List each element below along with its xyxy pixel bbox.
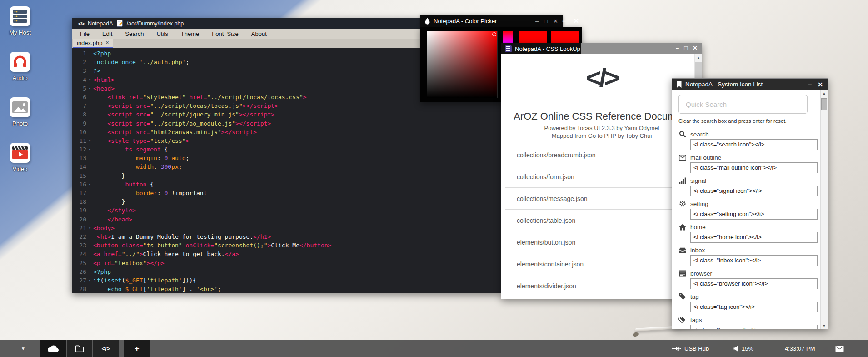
icon-entry-head: tags: [678, 316, 818, 324]
fold-arrow-icon[interactable]: ▾: [86, 276, 93, 285]
taskbar-chevron-button[interactable]: ▼: [16, 340, 30, 357]
code-line[interactable]: 27▾if(isset($_GET['filepath'])){: [72, 276, 502, 285]
icon-code-box[interactable]: <i class="inbox icon"></i>: [690, 255, 818, 266]
window-controls: – ✕: [808, 81, 823, 88]
scroll-down-icon[interactable]: ▼: [821, 322, 828, 329]
icon-entry: home<i class="home icon"></i>: [678, 223, 818, 246]
close-icon[interactable]: ✕: [553, 18, 558, 25]
fold-arrow-icon[interactable]: ▾: [86, 84, 93, 93]
taskbar-add-button[interactable]: +: [124, 340, 150, 357]
fold-arrow-icon[interactable]: ▾: [86, 224, 93, 232]
code-line[interactable]: 17 border: 0 !important: [72, 189, 502, 197]
code-line[interactable]: 20 </head>: [72, 215, 502, 224]
menu-font_size[interactable]: Font_Size: [205, 30, 245, 37]
desktop-icon-audio[interactable]: Audio: [5, 52, 35, 81]
code-line[interactable]: 8 <script src="../script/jquery.min.js">…: [72, 110, 502, 119]
scrollbar[interactable]: ▲ ▼: [820, 90, 828, 329]
color-picker-title-bar[interactable]: NotepadA - Color Picker – □ ✕: [420, 15, 563, 27]
code-line[interactable]: 7 <script src="../script/tocas/tocas.js"…: [72, 101, 502, 110]
icon-list-title: NotepadA - System Icon List: [685, 81, 763, 88]
color-cursor[interactable]: [492, 32, 496, 36]
code-line[interactable]: 16▾ .button {: [72, 180, 502, 189]
code-content: <button class="ts button" onClick="scree…: [93, 241, 331, 250]
menu-about[interactable]: About: [245, 30, 273, 37]
code-line[interactable]: 25<p id="textbox"></p>: [72, 259, 502, 267]
menu-search[interactable]: Search: [119, 30, 150, 37]
taskbar-files-button[interactable]: [67, 340, 92, 357]
icon-code-box[interactable]: <i class="browser icon"></i>: [690, 278, 818, 289]
desktop-icon-photo[interactable]: Photo: [5, 97, 35, 127]
css-lookup-title-label: NotepadA - CSS LookUp: [501, 43, 581, 54]
css-ref-item[interactable]: collections/form.json: [505, 166, 693, 188]
search-icon: [678, 131, 686, 138]
css-ref-item[interactable]: collections/breadcrumb.json: [505, 144, 693, 166]
code-line[interactable]: 22 <h1>I am a Dummy Module for testing p…: [72, 232, 502, 241]
code-content: <html>: [93, 75, 115, 84]
menu-utils[interactable]: Utils: [150, 30, 175, 37]
icon-code-box[interactable]: <i class="mail outline icon"></i>: [690, 162, 818, 173]
icon-code-box[interactable]: <i class="tag icon"></i>: [690, 302, 818, 312]
desktop-icon-video[interactable]: Video: [5, 143, 35, 172]
minimize-icon[interactable]: –: [535, 18, 539, 25]
code-content: <head>: [93, 84, 115, 93]
close-icon[interactable]: ✕: [818, 81, 823, 88]
code-line[interactable]: 23<button class="ts button" onClick="scr…: [72, 241, 502, 250]
css-ref-item[interactable]: collections/message.json: [505, 188, 693, 210]
maximize-icon[interactable]: □: [684, 45, 688, 51]
minimize-icon[interactable]: –: [676, 45, 679, 51]
scroll-up-icon[interactable]: ▲: [695, 54, 702, 62]
icon-code-box[interactable]: <i class="signal icon"></i>: [690, 186, 818, 196]
quick-search-input[interactable]: [678, 95, 808, 114]
taskbar-code-button[interactable]: </>: [93, 340, 119, 357]
code-content: <body>: [93, 224, 115, 232]
minimize-icon[interactable]: –: [808, 81, 812, 88]
fold-arrow-icon[interactable]: ▾: [86, 136, 93, 145]
taskbar-cloud-button[interactable]: [40, 340, 66, 357]
menu-file[interactable]: File: [74, 30, 96, 37]
scroll-up-icon[interactable]: ▲: [821, 90, 828, 96]
css-ref-item[interactable]: elements/container.json: [505, 253, 693, 275]
code-line[interactable]: 26<?php: [72, 267, 502, 276]
css-ref-item[interactable]: collections/table.json: [505, 210, 693, 231]
code-line[interactable]: 11▾ <style type="text/css">: [72, 136, 502, 145]
fold-arrow-icon[interactable]: ▾: [86, 75, 93, 84]
tab-close-icon[interactable]: ×: [105, 40, 109, 46]
close-icon[interactable]: ✕: [693, 45, 698, 51]
code-line[interactable]: 12▾ .ts.segment {: [72, 145, 502, 154]
icon-code-box[interactable]: <i class="tags icon"></i>: [690, 325, 818, 329]
icon-code-box[interactable]: <i class="home icon"></i>: [690, 232, 818, 243]
icon-code-box[interactable]: <i class="setting icon"></i>: [690, 209, 818, 220]
volume-status[interactable]: 15%: [733, 340, 753, 357]
tab-index-php[interactable]: index.php ×: [73, 39, 113, 48]
code-line[interactable]: 13 margin: 0 auto;: [72, 154, 502, 162]
notifications-button[interactable]: [835, 340, 844, 357]
code-line[interactable]: 21▾<body>: [72, 224, 502, 232]
code-line[interactable]: 18 }: [72, 197, 502, 206]
code-line[interactable]: 9 <script src="../script/ao_module.js"><…: [72, 119, 502, 128]
css-lookup-title-bar[interactable]: NotepadA - CSS LookUp – □ ✕: [501, 43, 702, 54]
code-line[interactable]: 19 </style>: [72, 206, 502, 215]
fold-spacer: [86, 189, 93, 197]
fold-arrow-icon[interactable]: ▾: [86, 145, 93, 154]
code-line[interactable]: 24<a href="../">Click here to get back.<…: [72, 250, 502, 258]
scrollbar-thumb[interactable]: [821, 98, 827, 110]
desktop-icon-my-host[interactable]: My Host: [5, 6, 35, 36]
menu-theme[interactable]: Theme: [175, 30, 205, 37]
close-icon[interactable]: ✕: [573, 17, 579, 25]
saturation-value-square[interactable]: [427, 31, 498, 98]
css-ref-item[interactable]: elements/button.json: [505, 231, 693, 253]
code-content: if(isset($_GET['filepath'])){: [93, 276, 196, 285]
code-line[interactable]: 15 }: [72, 171, 502, 180]
icon-code-box[interactable]: <i class="search icon"></i>: [690, 139, 818, 150]
usb-status[interactable]: USB Hub: [672, 340, 709, 357]
icon-list-title-bar[interactable]: NotepadA - System Icon List – ✕: [672, 79, 828, 90]
minimize-icon[interactable]: –: [562, 17, 566, 25]
menu-edit[interactable]: Edit: [96, 30, 119, 37]
code-line[interactable]: 28 echo $_GET['filepath'] . '<br>';: [72, 285, 502, 293]
css-ref-item[interactable]: elements/divider.json: [505, 275, 693, 297]
code-line[interactable]: 10 <script src="html2canvas.min.js"></sc…: [72, 128, 502, 136]
maximize-icon[interactable]: □: [544, 18, 548, 25]
fold-arrow-icon[interactable]: ▾: [86, 180, 93, 189]
code-line[interactable]: 14 width: 300px;: [72, 162, 502, 171]
notepada-logo-icon: </>: [78, 21, 84, 26]
